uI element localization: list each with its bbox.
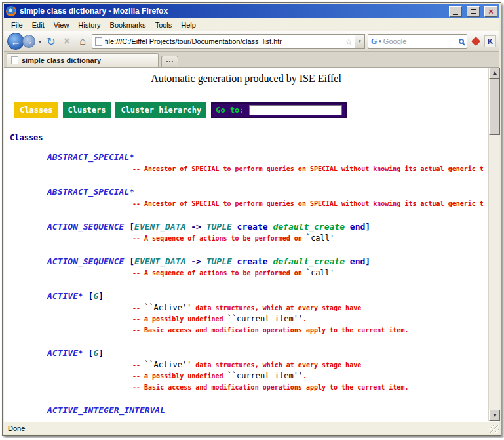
class-comment: -- Ancestor of SPECIAL to perform querie… (132, 198, 488, 209)
class-comment: -- ``Active'' data structures, which at … (132, 302, 488, 313)
home-icon[interactable]: ⌂ (76, 35, 89, 47)
search-magnifier-icon[interactable] (459, 39, 464, 44)
goto-box: Go to: (211, 102, 346, 118)
tab-simple-class-dictionary[interactable]: simple class dictionary (7, 53, 159, 67)
class-signature-link[interactable]: ACTIVE* [G] (47, 290, 488, 302)
close-button[interactable]: × (484, 6, 497, 17)
page-favicon (95, 37, 102, 46)
class-comment: -- Basic access and modification operati… (132, 382, 488, 393)
content-area: Automatic generation produced by ISE Eif… (4, 68, 499, 421)
scroll-up-icon (493, 71, 497, 75)
class-signature-link[interactable]: ACTIVE_INTEGER_INTERVAL (47, 405, 488, 416)
class-comment: -- A sequence of actions to be performed… (132, 268, 488, 279)
page-content: Automatic generation produced by ISE Eif… (4, 68, 488, 421)
menu-history[interactable]: History (73, 20, 105, 30)
menu-bookmarks[interactable]: Bookmarks (106, 20, 151, 30)
maximize-button[interactable] (467, 6, 480, 17)
menu-bar: File Edit View History Bookmarks Tools H… (4, 18, 499, 31)
stop-icon[interactable]: × (60, 35, 73, 47)
class-entries: ABSTRACT_SPECIAL*-- Ancestor of SPECIAL … (4, 151, 488, 416)
class-signature-link[interactable]: ACTIVE* [G] (47, 348, 488, 359)
class-comment: -- Ancestor of SPECIAL to perform querie… (132, 163, 488, 174)
status-bar: Done (4, 421, 499, 434)
bookmark-star-icon[interactable]: ☆ (345, 37, 353, 47)
clusters-button[interactable]: Clusters (63, 102, 111, 118)
window-title: simple class dictionary - Mozilla Firefo… (20, 7, 444, 16)
addon-icon-red[interactable] (470, 35, 482, 47)
browser-window: simple class dictionary - Mozilla Firefo… (2, 2, 501, 436)
goto-label: Go to: (216, 106, 244, 115)
vertical-scrollbar[interactable] (488, 68, 499, 421)
search-engine-dropdown-icon[interactable]: ▾ (379, 39, 381, 44)
title-bar: simple class dictionary - Mozilla Firefo… (4, 4, 499, 18)
minimize-icon (453, 14, 458, 15)
class-comment: -- ``Active'' data structures, which at … (132, 359, 488, 370)
class-signature-link[interactable]: ABSTRACT_SPECIAL* (47, 186, 488, 198)
class-signature-link[interactable]: ACTION_SEQUENCE [EVENT_DATA -> TUPLE cre… (47, 221, 488, 233)
tab-label: simple class dictionary (22, 56, 101, 64)
resize-grip[interactable] (490, 425, 499, 433)
navigation-toolbar: ← → ▾ ↻ × ⌂ file:///C:/Eiffel Projects/t… (4, 31, 499, 52)
class-signature-link[interactable]: ABSTRACT_SPECIAL* (47, 151, 488, 163)
addon-icon-k[interactable]: K (484, 35, 496, 47)
class-entry: ACTIVE_INTEGER_INTERVAL (4, 405, 488, 416)
class-comment: -- A sequence of actions to be performed… (132, 233, 488, 244)
scroll-down-icon (493, 414, 497, 417)
history-dropdown-icon[interactable]: ▾ (38, 39, 42, 45)
class-comment: -- Basic access and modification operati… (132, 325, 488, 336)
class-entry: ACTION_SEQUENCE [EVENT_DATA -> TUPLE cre… (4, 221, 488, 244)
cluster-hierarchy-button[interactable]: Cluster hierarchy (115, 102, 206, 118)
section-title: Classes (10, 133, 488, 142)
page-title: Automatic generation produced by ISE Eif… (4, 73, 488, 85)
forward-button[interactable]: → (22, 35, 35, 48)
firefox-icon (6, 6, 16, 16)
search-input[interactable]: Google (383, 37, 457, 45)
goto-input[interactable] (249, 105, 342, 115)
tab-overflow-button[interactable] (161, 56, 178, 67)
url-text[interactable]: file:///C:/Eiffel Projects/tour/Document… (105, 37, 342, 45)
scroll-down-button[interactable] (489, 410, 500, 421)
minimize-button[interactable] (449, 6, 462, 17)
tab-overflow-icon (169, 61, 170, 62)
scroll-up-button[interactable] (489, 68, 500, 79)
menu-edit[interactable]: Edit (28, 20, 49, 30)
refresh-icon[interactable]: ↻ (45, 35, 58, 48)
menu-help[interactable]: Help (176, 20, 201, 30)
tab-bar: simple class dictionary (4, 52, 499, 68)
url-dropdown-button[interactable]: ▾ (355, 34, 365, 49)
menu-view[interactable]: View (49, 20, 74, 30)
url-bar[interactable]: file:///C:/Eiffel Projects/tour/Document… (92, 34, 356, 49)
class-entry: ABSTRACT_SPECIAL*-- Ancestor of SPECIAL … (4, 151, 488, 174)
class-entry: ACTIVE* [G]-- ``Active'' data structures… (4, 290, 488, 336)
class-comment: -- a possibly undefined ``current item''… (132, 370, 488, 382)
class-entry: ACTIVE* [G]-- ``Active'' data structures… (4, 348, 488, 393)
google-logo-icon: G (371, 37, 377, 47)
class-comment: -- a possibly undefined ``current item''… (132, 313, 488, 325)
classes-button[interactable]: Classes (14, 102, 58, 118)
menu-tools[interactable]: Tools (151, 20, 177, 30)
class-entry: ACTION_SEQUENCE [EVENT_DATA -> TUPLE cre… (4, 256, 488, 279)
tab-page-icon (11, 56, 18, 64)
scrollbar-thumb[interactable] (489, 79, 500, 135)
status-text: Done (8, 424, 25, 432)
page-nav-buttons: Classes Clusters Cluster hierarchy Go to… (14, 102, 488, 118)
class-entry: ABSTRACT_SPECIAL*-- Ancestor of SPECIAL … (4, 186, 488, 209)
class-signature-link[interactable]: ACTION_SEQUENCE [EVENT_DATA -> TUPLE cre… (47, 256, 488, 268)
menu-file[interactable]: File (7, 20, 28, 30)
search-bar[interactable]: G ▾ Google (368, 34, 467, 49)
maximize-icon (471, 9, 476, 14)
